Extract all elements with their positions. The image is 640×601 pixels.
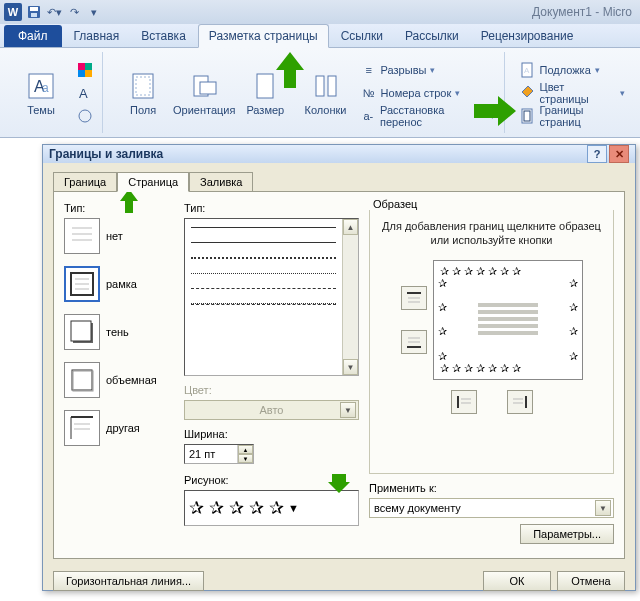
undo-icon[interactable]: ↶▾ [46, 4, 62, 20]
columns-icon [310, 70, 342, 102]
save-icon[interactable] [26, 4, 42, 20]
spin-down-icon[interactable]: ▼ [238, 454, 253, 463]
width-spinner[interactable]: 21 пт ▲▼ [184, 444, 254, 464]
style-dash-dot[interactable] [191, 303, 336, 305]
art-sample-icon: ✰ ✰ ✰ ✰ ✰ [189, 497, 284, 519]
word-logo-icon: W [4, 3, 22, 21]
apply-row: Применить к: всему документу ▼ [369, 482, 614, 518]
tab-fill[interactable]: Заливка [189, 172, 253, 192]
ribbon: Aa Темы A Поля Ориентация Размер Колонки… [0, 48, 640, 138]
qat-customize-icon[interactable]: ▾ [86, 4, 102, 20]
theme-fonts-icon[interactable]: A [74, 83, 96, 103]
svg-point-11 [79, 110, 91, 122]
orientation-icon [188, 70, 220, 102]
svg-rect-1 [30, 7, 38, 11]
border-bottom-toggle[interactable] [401, 330, 427, 354]
ok-button[interactable]: ОК [483, 571, 551, 591]
style-scrollbar[interactable]: ▲ ▼ [342, 219, 358, 375]
svg-rect-33 [73, 371, 93, 391]
tab-border[interactable]: Граница [53, 172, 117, 192]
horizontal-line-button[interactable]: Горизонтальная линия... [53, 571, 204, 591]
params-row: Параметры... [369, 524, 614, 544]
size-label: Размер [246, 104, 284, 116]
page-borders-button[interactable]: Границы страниц [517, 106, 628, 126]
tab-insert[interactable]: Вставка [131, 25, 196, 47]
sample-label: Образец [369, 198, 614, 210]
sample-box: Для добавления границ щелкните образец и… [369, 204, 614, 474]
page-color-button[interactable]: Цвет страницы [517, 83, 628, 103]
setting-3d[interactable]: объемная [64, 362, 174, 398]
themes-button[interactable]: Aa Темы [12, 70, 70, 116]
setting-box[interactable]: рамка [64, 266, 174, 302]
hyphenation-label: Расстановка перенос [380, 104, 485, 128]
theme-effects-icon[interactable] [74, 106, 96, 126]
svg-rect-9 [85, 70, 92, 77]
breaks-button[interactable]: ≡Разрывы [358, 60, 498, 80]
spin-up-icon[interactable]: ▲ [238, 445, 253, 454]
tab-home[interactable]: Главная [64, 25, 130, 47]
options-button[interactable]: Параметры... [520, 524, 614, 544]
page-background-small: AПодложка Цвет страницы Границы страниц [517, 60, 628, 126]
svg-rect-15 [200, 82, 216, 94]
setting-none[interactable]: нет [64, 218, 174, 254]
style-dotted[interactable] [191, 257, 336, 259]
preview-area: ✰ ✰ ✰ ✰ ✰ ✰ ✰ ✰ ✰ ✰ ✰ ✰ ✰ ✰ ✰✰✰✰ ✰✰✰✰ [401, 260, 583, 380]
art-combo[interactable]: ✰ ✰ ✰ ✰ ✰ ▼ [184, 490, 359, 526]
setting-none-label: нет [106, 230, 123, 242]
chevron-down-icon[interactable]: ▼ [288, 502, 299, 514]
style-solid-2[interactable] [191, 242, 336, 243]
margins-icon [127, 70, 159, 102]
setting-column: Тип: нет рамка тень [64, 202, 174, 548]
redo-icon[interactable]: ↷ [66, 4, 82, 20]
tab-page-border[interactable]: Страница [117, 172, 189, 192]
chevron-down-icon[interactable]: ▼ [595, 500, 611, 516]
page-color-label: Цвет страницы [540, 81, 616, 105]
color-value: Авто [260, 404, 284, 416]
tab-references[interactable]: Ссылки [331, 25, 393, 47]
svg-text:A: A [524, 66, 530, 75]
setting-custom-label: другая [106, 422, 140, 434]
setting-shadow[interactable]: тень [64, 314, 174, 350]
border-left-toggle[interactable] [451, 390, 477, 414]
themes-icon: Aa [25, 70, 57, 102]
page-preview[interactable]: ✰ ✰ ✰ ✰ ✰ ✰ ✰ ✰ ✰ ✰ ✰ ✰ ✰ ✰ ✰✰✰✰ ✰✰✰✰ [433, 260, 583, 380]
watermark-button[interactable]: AПодложка [517, 60, 628, 80]
page-borders-icon [520, 108, 536, 124]
svg-rect-18 [328, 76, 336, 96]
style-dashed[interactable] [191, 288, 336, 289]
orientation-label: Ориентация [173, 104, 235, 116]
tab-file[interactable]: Файл [4, 25, 62, 47]
border-right-toggle[interactable] [507, 390, 533, 414]
tab-review[interactable]: Рецензирование [471, 25, 584, 47]
setting-box-icon [64, 266, 100, 302]
help-button[interactable]: ? [587, 145, 607, 163]
margins-button[interactable]: Поля [115, 70, 171, 116]
cancel-button[interactable]: Отмена [557, 571, 625, 591]
close-button[interactable]: ✕ [609, 145, 629, 163]
annotation-arrow-right-icon [472, 94, 518, 128]
style-listbox[interactable]: ▲ ▼ [184, 218, 359, 376]
width-label: Ширина: [184, 428, 359, 440]
dialog-titlebar: Границы и заливка ? ✕ [43, 145, 635, 163]
scroll-up-icon[interactable]: ▲ [343, 219, 358, 235]
chevron-down-icon: ▼ [340, 402, 356, 418]
setting-box-label: рамка [106, 278, 137, 290]
tab-page-layout[interactable]: Разметка страницы [198, 24, 329, 48]
setting-custom[interactable]: другая [64, 410, 174, 446]
style-dashed-fine[interactable] [191, 273, 336, 274]
border-top-toggle[interactable] [401, 286, 427, 310]
apply-combo[interactable]: всему документу ▼ [369, 498, 614, 518]
hyphenation-icon: a- [361, 108, 376, 124]
scroll-down-icon[interactable]: ▼ [343, 359, 358, 375]
quick-access-toolbar: W ↶▾ ↷ ▾ [4, 3, 102, 21]
apply-label: Применить к: [369, 482, 614, 494]
tab-mailings[interactable]: Рассылки [395, 25, 469, 47]
theme-colors-icon[interactable] [74, 60, 96, 80]
style-list-inner [185, 219, 342, 375]
columns-label: Колонки [305, 104, 347, 116]
setting-none-icon [64, 218, 100, 254]
orientation-button[interactable]: Ориентация [175, 70, 233, 116]
dialog-tabs: Граница Страница Заливка [53, 171, 625, 191]
svg-rect-2 [31, 13, 37, 17]
style-solid[interactable] [191, 227, 336, 228]
